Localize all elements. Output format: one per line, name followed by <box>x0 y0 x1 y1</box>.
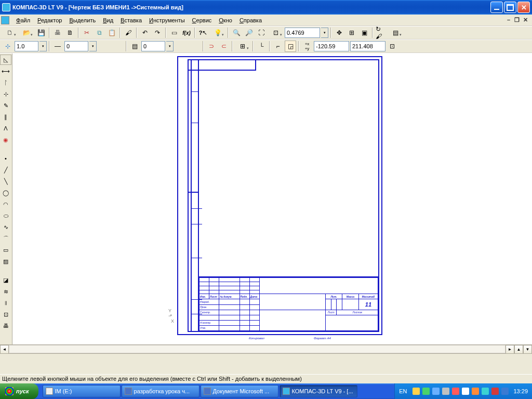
task-item[interactable]: Документ Microsoft ... <box>201 385 278 397</box>
print-icon[interactable]: 🖶 <box>52 27 63 38</box>
tray-icon[interactable] <box>413 388 420 395</box>
text-icon[interactable]: ⊹ <box>0 89 11 99</box>
close-button[interactable] <box>517 2 530 13</box>
pan-icon[interactable]: ✥ <box>334 27 345 38</box>
menu-view[interactable]: Вид <box>99 16 117 25</box>
assembly-icon[interactable]: ⊡ <box>0 309 11 320</box>
fillet-icon[interactable]: ⌒ <box>0 233 11 244</box>
break-icon[interactable]: ≋ <box>0 286 11 297</box>
preview-icon[interactable]: 🗎 <box>64 27 76 38</box>
menu-window[interactable]: Окно <box>215 16 236 25</box>
menu-file[interactable]: Файл <box>12 16 34 25</box>
coord-btn-icon[interactable]: ⊡ <box>387 41 398 52</box>
variables-icon[interactable]: ▭ <box>168 27 180 38</box>
help-cursor-icon[interactable]: ?↖ <box>197 27 209 38</box>
hatch-icon[interactable]: ▨ <box>0 256 11 267</box>
scroll-left-icon[interactable]: ◄ <box>0 345 9 354</box>
start-button[interactable]: пуск <box>0 383 38 399</box>
grid-icon[interactable]: ⊞ <box>235 41 250 52</box>
equidist-icon[interactable]: ⫴ <box>0 298 11 308</box>
ortho-icon[interactable]: └ <box>256 41 267 52</box>
arc-icon[interactable]: ◠ <box>0 199 11 209</box>
coord-x-input[interactable] <box>314 41 349 51</box>
tray-icon[interactable] <box>432 388 440 395</box>
tray-icon[interactable] <box>462 388 469 395</box>
task-item[interactable]: IM (E:) <box>43 385 121 397</box>
mdi-close[interactable]: ✕ <box>522 17 529 23</box>
h-scrollbar[interactable]: ◄ ► ▲ ▼ <box>0 344 532 353</box>
segment-icon[interactable]: ╲ <box>0 176 11 187</box>
zoom-value-input[interactable] <box>285 28 320 38</box>
snap-icon[interactable]: ⊹ <box>2 41 14 52</box>
style-input[interactable] <box>64 41 88 51</box>
measure-icon[interactable]: Λ <box>0 123 11 134</box>
menu-select[interactable]: Выделить <box>65 16 99 25</box>
layer-input[interactable] <box>141 41 165 51</box>
edit-icon[interactable]: ✎ <box>0 100 11 111</box>
scale-input[interactable] <box>15 41 38 51</box>
layers-icon[interactable]: ▤ <box>388 27 403 38</box>
hint-icon[interactable]: 💡 <box>210 27 225 38</box>
menu-editor[interactable]: Редактор <box>34 16 65 25</box>
new-icon[interactable]: 🗋 <box>2 27 18 38</box>
mdi-minimize[interactable]: – <box>505 17 512 23</box>
lang-indicator[interactable]: EN <box>399 388 407 394</box>
zoom-out-icon[interactable]: 🔎 <box>243 27 255 38</box>
aux-line-icon[interactable]: ╱ <box>0 165 11 175</box>
lcs-icon[interactable]: ⌐ <box>272 41 284 52</box>
tray-icon[interactable] <box>442 388 449 395</box>
task-item[interactable]: КОМПАС-3D LT V9 - [... <box>280 385 357 397</box>
dim-icon[interactable]: ⟷ <box>0 66 11 76</box>
tray-icon[interactable] <box>422 388 430 395</box>
mdi-restore[interactable]: ❐ <box>513 17 521 23</box>
fit-icon[interactable]: ⊞ <box>346 27 357 38</box>
symbols-icon[interactable]: ᛚ <box>0 77 11 88</box>
geom-icon[interactable]: ◺ <box>0 55 11 65</box>
minimize-button[interactable] <box>490 2 503 13</box>
zoom-in-icon[interactable]: 🔍 <box>231 27 242 38</box>
paste-icon[interactable]: 📋 <box>106 27 117 38</box>
scroll-down-icon[interactable]: ▼ <box>523 345 532 354</box>
style-icon[interactable]: — <box>52 41 63 52</box>
task-item[interactable]: разработка урока ч... <box>122 385 200 397</box>
menu-service[interactable]: Сервис <box>189 16 216 25</box>
circle-icon[interactable]: ◯ <box>0 188 11 198</box>
obj-icon[interactable]: ◪ <box>0 275 11 285</box>
canvas[interactable]: Изм.Лист№ докум.Подп.Дата Лит. Масса Мас… <box>12 54 532 344</box>
menu-help[interactable]: Справка <box>236 16 265 25</box>
coord-icon[interactable]: +x+y <box>301 41 313 52</box>
layer-icon[interactable]: ▤ <box>129 41 140 52</box>
spline-icon[interactable]: ∿ <box>0 222 11 232</box>
open-icon[interactable]: 📂 <box>19 27 34 38</box>
menu-tools[interactable]: Инструменты <box>145 16 189 25</box>
select-icon[interactable]: ◉ <box>0 135 11 145</box>
ellipse-icon[interactable]: ⬭ <box>0 210 11 221</box>
zoom-window-icon[interactable]: ⛶ <box>256 27 267 38</box>
save-icon[interactable]: 💾 <box>35 27 47 38</box>
properties-icon[interactable]: 🖌 <box>123 27 134 38</box>
tray-icon[interactable] <box>491 388 499 395</box>
rect-icon[interactable]: ▭ <box>0 245 11 255</box>
clock[interactable]: 13:29 <box>513 388 528 394</box>
scroll-right-icon[interactable]: ► <box>506 345 514 354</box>
undo-icon[interactable]: ↶ <box>139 27 151 38</box>
tray-icon[interactable] <box>452 388 459 395</box>
round-icon[interactable]: ◲ <box>285 41 296 52</box>
tray-icon[interactable] <box>482 388 489 395</box>
maximize-button[interactable] <box>504 2 516 13</box>
menu-insert[interactable]: Вставка <box>117 16 145 25</box>
tray-icon[interactable] <box>501 388 509 395</box>
scroll-up-icon[interactable]: ▲ <box>514 345 523 354</box>
magnet2-icon[interactable]: ⊂ <box>218 41 230 52</box>
redo-icon[interactable]: ↷ <box>152 27 163 38</box>
zoom-scale-icon[interactable]: ⊡ <box>268 27 284 38</box>
tray-icon[interactable] <box>472 388 479 395</box>
coord-y-input[interactable] <box>350 41 385 51</box>
point-icon[interactable]: • <box>0 153 11 164</box>
copy-icon[interactable]: ⧉ <box>94 27 105 38</box>
doc-icon[interactable] <box>1 16 9 24</box>
fx-icon[interactable]: f(x) <box>181 27 192 38</box>
param-icon[interactable]: ∥ <box>0 112 11 122</box>
print2-icon[interactable]: 🖶 <box>0 321 11 331</box>
magnet-icon[interactable]: ⊃ <box>206 41 217 52</box>
